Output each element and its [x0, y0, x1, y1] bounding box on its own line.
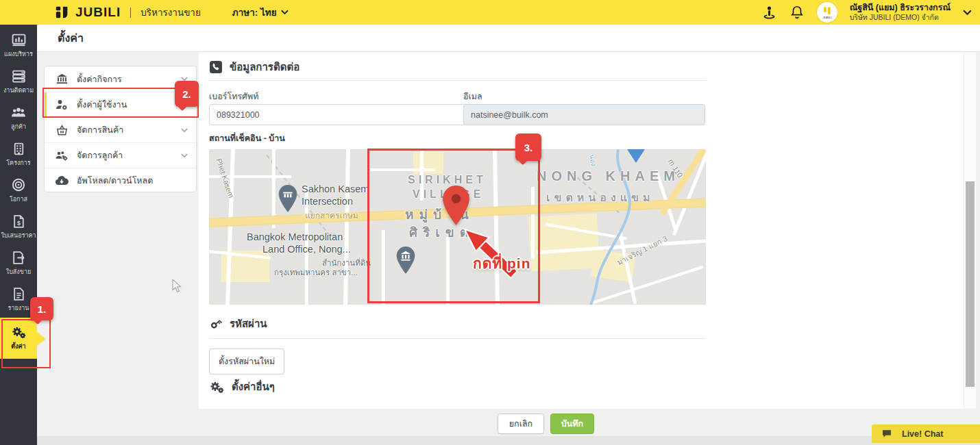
annotation-step-2: 2.	[175, 81, 199, 107]
phone-square-icon	[209, 60, 223, 74]
user-company: บริษัท JUBILI (DEMO) จำกัด	[850, 13, 951, 22]
live-chat-label: Live! Chat	[902, 429, 943, 439]
contact-section-header: ข้อมูลการติดต่อ	[209, 59, 299, 75]
chat-bubble-icon	[881, 429, 892, 439]
customers-icon	[11, 105, 26, 120]
reset-password-button[interactable]: ตั้งรหัสผ่านใหม่	[209, 348, 284, 374]
sidebar-item-8[interactable]: ตั้งค่า	[0, 318, 37, 359]
tasks-icon	[12, 69, 26, 84]
settings-menu-item-label: จัดการลูกค้า	[77, 149, 123, 162]
other-settings-title: ตั้งค่าอื่นๆ	[232, 379, 275, 395]
email-input	[463, 104, 705, 125]
settings-menu-item-label: อัพโหลด/ดาวน์โหลด	[77, 174, 153, 188]
mouse-cursor	[171, 279, 182, 296]
bottom-strip	[37, 436, 980, 445]
avatar[interactable]: JUBILI	[817, 2, 837, 23]
phone-input[interactable]	[209, 104, 467, 125]
key-icon	[209, 317, 223, 331]
map-label-area: SIRIKHET	[408, 174, 487, 186]
divider	[209, 80, 706, 81]
annotation-step-1: 1.	[30, 297, 53, 320]
divider	[209, 338, 706, 339]
live-chat-button[interactable]: Live! Chat	[872, 424, 980, 443]
sidebar-item-label: ใบสั่งขาย	[6, 267, 31, 277]
scrollbar-thumb[interactable]	[966, 181, 975, 387]
password-section-header: รหัสผ่าน	[209, 316, 267, 332]
cancel-button[interactable]: ยกเลิก	[498, 414, 544, 434]
sidebar-item-label: แผงบริหาร	[4, 49, 33, 59]
sidebar-item-label: งานติดตาม	[3, 86, 34, 95]
sidebar-active-pointer	[37, 332, 46, 346]
sidebar-item-6[interactable]: ใบสั่งขาย	[0, 245, 37, 281]
brand-tagline: บริหารงานขาย	[140, 5, 201, 20]
settings-menu-item-1[interactable]: ตั้งค่าผู้ใช้งาน	[45, 92, 196, 117]
footer-buttons: ยกเลิก บันทึก	[498, 414, 594, 434]
cloud-download-icon	[55, 174, 69, 188]
sidebar-item-5[interactable]: $ใบเสนอราคา	[0, 209, 37, 245]
sidebar-item-1[interactable]: งานติดตาม	[0, 64, 37, 100]
map-section-label: สถานที่เช็คอิน - บ้าน	[209, 131, 285, 145]
page-title: ตั้งค่า	[37, 25, 980, 52]
settings-menu-item-0[interactable]: ตั้งค่ากิจการ	[45, 66, 196, 92]
footer: ยกเลิก บันทึก	[37, 409, 980, 436]
page-header: ตั้งค่า	[37, 25, 980, 52]
checkin-icon[interactable]	[761, 5, 777, 21]
gears-icon	[11, 325, 27, 340]
poi-pin-intersection-icon	[278, 185, 298, 215]
sidebar-item-label: โครงการ	[6, 158, 30, 168]
settings-menu-item-label: ตั้งค่ากิจการ	[77, 73, 122, 86]
user-name: ณัฐสินี (แยม) ธิระวรางกรณ์	[850, 3, 951, 14]
sidebar-item-label: ใบเสนอราคา	[1, 231, 36, 240]
brand: JUBILI บริหารงานขาย	[55, 5, 201, 20]
brand-separator	[130, 8, 131, 18]
brand-name: JUBILI	[75, 5, 121, 20]
map-label-poi: Bangkok Metropolitan	[247, 231, 343, 242]
settings-menu-item-label: ตั้งค่าผู้ใช้งาน	[77, 98, 127, 112]
map-pin[interactable]	[441, 186, 471, 228]
topbar-right: JUBILI ณัฐสินี (แยม) ธิระวรางกรณ์ บริษัท…	[761, 2, 972, 23]
gears-icon	[209, 380, 225, 394]
building-icon	[12, 142, 26, 156]
sidebar: แผงบริหารงานติดตามลูกค้าโครงการโอกาส$ใบเ…	[0, 25, 37, 445]
jubili-logo-icon	[55, 5, 70, 20]
map[interactable]: Phet Kasem Sakhon Kasem Intersection แยก…	[209, 149, 706, 305]
sidebar-item-label: ลูกค้า	[11, 122, 26, 131]
chevron-down-icon	[281, 10, 289, 15]
basket-icon	[55, 124, 69, 137]
sidebar-item-0[interactable]: แผงบริหาร	[0, 27, 37, 64]
map-label-poi: Sakhon Kasem	[302, 183, 369, 194]
email-label: อีเมล	[463, 90, 482, 103]
pin-hint-text: กดที่ pin	[473, 252, 531, 275]
topbar: JUBILI บริหารงานขาย ภาษา: ไทย JUBILI ณัฐ…	[0, 0, 980, 25]
settings-menu-item-4[interactable]: อัพโหลด/ดาวน์โหลด	[45, 168, 196, 193]
map-label-road: แยกสาครเกษม	[305, 209, 358, 222]
map-label-district: NONG KHAEM	[537, 168, 680, 184]
save-button[interactable]: บันทึก	[550, 414, 594, 434]
quotation-icon: $	[12, 214, 26, 229]
bank-icon	[55, 73, 69, 86]
chevron-down-icon	[181, 153, 188, 158]
sidebar-item-label: รายงาน	[8, 303, 29, 313]
sidebar-item-2[interactable]: ลูกค้า	[0, 100, 37, 136]
settings-menu-item-2[interactable]: จัดการสินค้า	[45, 117, 196, 142]
sidebar-item-4[interactable]: โอกาส	[0, 173, 37, 209]
annotation-step-3: 3.	[515, 134, 541, 161]
svg-text:$: $	[17, 219, 21, 226]
map-label-poi: Intersection	[302, 196, 353, 207]
language-selector[interactable]: ภาษา: ไทย	[232, 5, 289, 20]
settings-menu-item-3[interactable]: จัดการลูกค้า	[45, 142, 196, 168]
map-label-canal: นอง	[587, 153, 599, 167]
phone-label: เบอร์โทรศัพท์	[209, 90, 259, 103]
notifications-bell-icon[interactable]	[789, 5, 805, 20]
language-label: ภาษา: ไทย	[232, 5, 277, 20]
user-menu[interactable]: ณัฐสินี (แยม) ธิระวรางกรณ์ บริษัท JUBILI…	[850, 3, 951, 23]
poi-pin-land-office-icon	[395, 246, 416, 277]
scrollbar	[964, 52, 976, 409]
settings-menu: ตั้งค่ากิจการตั้งค่าผู้ใช้งานจัดการสินค้…	[44, 66, 197, 192]
sidebar-item-3[interactable]: โครงการ	[0, 136, 37, 173]
password-section-title: รหัสผ่าน	[230, 316, 267, 332]
map-label-district: เขตหนองแขม	[546, 189, 654, 206]
user-menu-chevron-icon[interactable]	[963, 10, 972, 16]
users-gear-icon	[55, 149, 69, 162]
sidebar-item-label: ตั้งค่า	[11, 342, 25, 351]
